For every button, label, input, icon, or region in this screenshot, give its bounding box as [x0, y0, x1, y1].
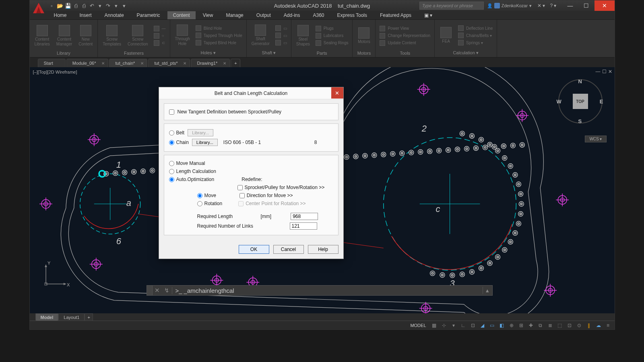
- close-tab-icon[interactable]: ✕: [223, 61, 226, 66]
- minimize-button[interactable]: —: [562, 0, 578, 11]
- close-tab-icon[interactable]: ✕: [183, 61, 186, 66]
- search-input[interactable]: Type a keyword or phrase: [419, 2, 484, 10]
- ribbon-tapped-blind-hole[interactable]: Tapped Blind Hole: [194, 39, 244, 46]
- ribbon-update-content[interactable]: Update Content: [378, 40, 432, 46]
- status-icon[interactable]: ⬚: [556, 322, 564, 329]
- status-icon[interactable]: ⊕: [508, 322, 516, 329]
- undo-icon[interactable]: ↶: [89, 2, 96, 9]
- direction-checkbox[interactable]: Direction for Move >>: [239, 193, 293, 198]
- user-menu[interactable]: 👤 ZdenkoKozar▾: [487, 3, 532, 8]
- close-icon[interactable]: ✕: [153, 287, 162, 294]
- close-tab-icon[interactable]: ✕: [140, 61, 144, 66]
- belt-radio[interactable]: Belt: [169, 130, 185, 136]
- status-icon[interactable]: ✚: [527, 322, 535, 329]
- status-icon[interactable]: ⊡: [469, 322, 477, 329]
- app-logo[interactable]: [31, 1, 46, 16]
- save-icon[interactable]: 💾: [64, 2, 72, 9]
- more-icon[interactable]: ▾: [121, 2, 128, 9]
- ribbon-side-item[interactable]: ▭: [274, 25, 289, 31]
- chevron-down-icon[interactable]: ▾: [113, 2, 120, 9]
- ribbon-side-item[interactable]: ▭: [274, 32, 289, 39]
- file-tab[interactable]: tut_std_pts*✕: [148, 59, 190, 67]
- ribbon-shaft[interactable]: ShaftGenerator: [249, 21, 272, 49]
- status-icon[interactable]: ⊡: [566, 322, 574, 329]
- ribbon-side-item[interactable]: —: [152, 25, 167, 32]
- maximize-button[interactable]: ☐: [578, 0, 594, 11]
- ribbon-deflection-line[interactable]: Deflection Line: [456, 25, 494, 31]
- menu-view[interactable]: View: [197, 11, 219, 19]
- chain-library-button[interactable]: Library...: [192, 139, 218, 146]
- menu-annotate[interactable]: Annotate: [99, 11, 130, 19]
- help-icon[interactable]: ? ▾: [550, 3, 556, 8]
- file-tab[interactable]: Module_06*✕: [66, 59, 109, 67]
- add-layout-button[interactable]: +: [85, 313, 93, 321]
- length-calc-radio[interactable]: Length Calculation: [169, 169, 216, 174]
- status-icon[interactable]: ⊹: [440, 322, 448, 329]
- cancel-button[interactable]: Cancel: [273, 245, 304, 254]
- close-tab-icon[interactable]: ✕: [101, 61, 105, 66]
- status-icon[interactable]: ⊙: [575, 322, 583, 329]
- model-space-toggle[interactable]: MODEL: [408, 323, 428, 328]
- required-length-input[interactable]: [291, 213, 318, 220]
- chevron-down-icon[interactable]: ▾: [97, 2, 104, 9]
- status-icon[interactable]: ∟: [459, 322, 467, 329]
- menu-parametric[interactable]: Parametric: [131, 11, 166, 19]
- ribbon-side-item[interactable]: ○: [152, 33, 167, 39]
- new-tangent-checkbox[interactable]: New Tangent Definition between Sprocket/…: [169, 108, 333, 116]
- saveas-icon[interactable]: ⎙: [72, 2, 80, 9]
- chain-radio[interactable]: Chain: [169, 140, 189, 145]
- move-manual-radio[interactable]: Move Manual: [169, 160, 205, 166]
- ribbon-sealing-rings[interactable]: Sealing Rings: [314, 40, 350, 46]
- layout-tab[interactable]: Layout1: [58, 313, 85, 321]
- ribbon-through[interactable]: ThroughHole: [173, 21, 192, 49]
- ribbon-lubricators[interactable]: Lubricators: [314, 33, 350, 39]
- ok-button[interactable]: OK: [239, 245, 269, 254]
- layout-tab[interactable]: Model: [35, 313, 59, 321]
- ribbon-power-view[interactable]: Power View: [378, 25, 432, 32]
- command-line[interactable]: ✕ ↯ >_ _amchainlengthcal ▴: [147, 285, 493, 296]
- ribbon-chains-belts--[interactable]: Chains/Belts ▾: [456, 32, 494, 39]
- chevron-up-icon[interactable]: ▴: [483, 287, 492, 294]
- status-icon[interactable]: ◧: [498, 322, 506, 329]
- grid-icon[interactable]: ▦: [430, 322, 438, 329]
- grip-icon[interactable]: [147, 286, 153, 295]
- redo-icon[interactable]: ↷: [105, 2, 112, 9]
- close-button[interactable]: ✕: [594, 0, 615, 11]
- menu-apps-icon[interactable]: ▣ ▾: [419, 11, 438, 19]
- menu-a360[interactable]: A360: [308, 11, 330, 19]
- exchange-icon[interactable]: ✕ ▾: [537, 3, 545, 8]
- ribbon-springs--[interactable]: Springs ▾: [456, 39, 494, 46]
- status-icon[interactable]: ☁: [594, 322, 603, 329]
- ribbon-side-item[interactable]: ▭: [274, 39, 289, 46]
- status-icon[interactable]: ⧉: [537, 322, 545, 329]
- menu-insert[interactable]: Insert: [74, 11, 97, 19]
- ribbon-steel[interactable]: SteelShapes: [294, 21, 312, 50]
- dialog-close-button[interactable]: ✕: [331, 87, 343, 99]
- menu-add-ins[interactable]: Add-ins: [278, 11, 306, 19]
- menu-home[interactable]: Home: [48, 11, 72, 19]
- osnap-icon[interactable]: ◢: [479, 322, 487, 329]
- sprocket-checkbox[interactable]: Sprocket/Pulley for Move/Rotation >>: [237, 185, 325, 190]
- ribbon-blind-hole[interactable]: Blind Hole: [194, 25, 244, 31]
- ribbon-fea[interactable]: FEA: [437, 21, 455, 49]
- ribbon-side-item[interactable]: ⊂: [152, 40, 167, 46]
- rotation-radio[interactable]: Rotation: [197, 201, 223, 206]
- move-radio[interactable]: Move: [197, 193, 216, 198]
- status-icon[interactable]: ⊞: [517, 322, 525, 329]
- status-icon[interactable]: ≣: [546, 322, 554, 329]
- auto-opt-radio[interactable]: Auto.Optimization: [169, 177, 215, 182]
- new-icon[interactable]: ▫: [48, 2, 56, 9]
- ribbon-tapped-through-hole[interactable]: Tapped Through Hole: [194, 32, 244, 39]
- menu-content[interactable]: Content: [167, 11, 196, 19]
- menu-manage[interactable]: Manage: [220, 11, 249, 19]
- required-links-input[interactable]: [290, 222, 317, 230]
- open-icon[interactable]: 📂: [56, 2, 64, 9]
- ribbon-screw[interactable]: ScrewConnection: [125, 21, 151, 50]
- menu-featured apps[interactable]: Featured Apps: [374, 11, 417, 19]
- ribbon-screw[interactable]: ScrewTemplates: [100, 21, 124, 50]
- viewcube[interactable]: TOP N E S W WCS ▾: [558, 79, 603, 123]
- file-tab[interactable]: tut_chain*✕: [109, 59, 147, 67]
- ribbon-content[interactable]: ContentLibraries: [32, 21, 52, 50]
- ribbon-plugs[interactable]: Plugs: [314, 25, 350, 32]
- customize-icon[interactable]: ≡: [604, 322, 612, 329]
